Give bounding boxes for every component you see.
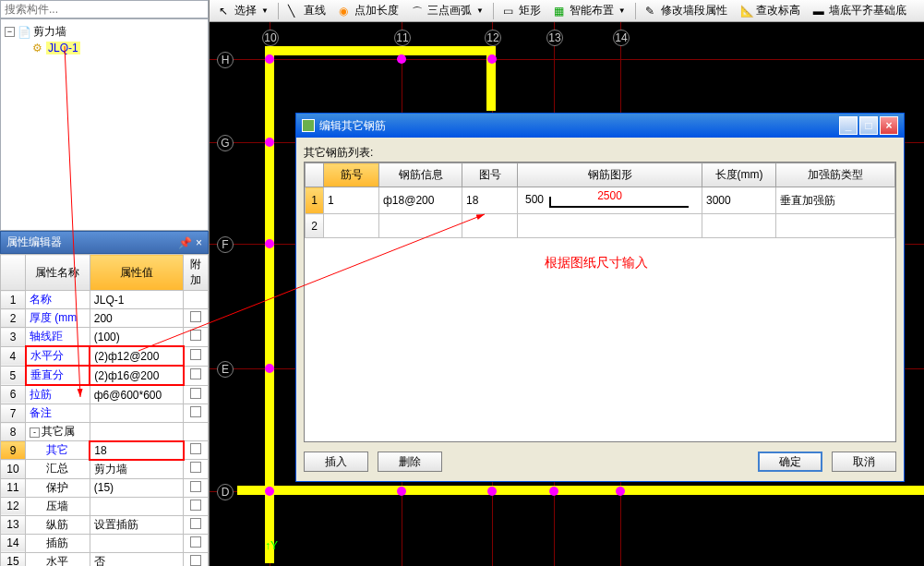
prop-name-cell[interactable]: -其它属 — [26, 423, 90, 441]
prop-extra-cell[interactable] — [184, 460, 209, 479]
prop-row[interactable]: 1名称JLQ-1 — [1, 291, 209, 309]
prop-col-value[interactable]: 属性值 — [90, 255, 183, 291]
prop-extra-cell[interactable] — [184, 404, 209, 423]
wall-segment[interactable] — [265, 46, 496, 55]
prop-value-cell[interactable] — [90, 497, 183, 515]
maximize-button[interactable]: □ — [859, 116, 878, 135]
checkbox[interactable] — [190, 443, 201, 454]
rebar-col-type[interactable]: 加强筋类型 — [776, 163, 895, 187]
checkbox[interactable] — [190, 330, 201, 341]
pin-icon[interactable]: 📌 — [178, 236, 192, 249]
prop-name-cell[interactable]: 纵筋 — [26, 515, 90, 534]
prop-row[interactable]: 4水平分(2)ф12@200 — [1, 346, 209, 366]
checkbox[interactable] — [190, 555, 201, 566]
rebar-cell-fig[interactable]: 18 — [462, 187, 518, 214]
rebar-col-info[interactable]: 钢筋信息 — [379, 163, 462, 187]
prop-row[interactable]: 10汇总剪力墙 — [1, 460, 209, 479]
prop-name-cell[interactable]: 水平 — [26, 552, 90, 566]
prop-value-cell[interactable]: 200 — [90, 309, 183, 328]
prop-row[interactable]: 7备注 — [1, 404, 209, 423]
prop-name-cell[interactable]: 垂直分 — [26, 366, 90, 385]
prop-extra-cell[interactable] — [184, 478, 209, 497]
smart-place-tool[interactable]: ▦智能布置▼ — [548, 0, 631, 21]
prop-name-cell[interactable]: 厚度 (mm — [26, 309, 90, 328]
rebar-cell-len[interactable]: 3000 — [702, 187, 776, 214]
prop-row[interactable]: 15水平否 — [1, 552, 209, 566]
rebar-col-len[interactable]: 长度(mm) — [702, 163, 776, 187]
prop-value-cell[interactable]: JLQ-1 — [90, 291, 183, 309]
prop-row[interactable]: 13纵筋设置插筋 — [1, 515, 209, 534]
prop-name-cell[interactable]: 汇总 — [26, 460, 90, 479]
prop-extra-cell[interactable] — [184, 497, 209, 515]
check-elev-tool[interactable]: 📐查改标高 — [735, 0, 806, 21]
checkbox[interactable] — [190, 368, 201, 379]
node-point[interactable] — [265, 487, 274, 496]
prop-extra-cell[interactable] — [184, 291, 209, 309]
node-point[interactable] — [265, 54, 274, 64]
prop-value-cell[interactable]: (15) — [90, 478, 183, 497]
prop-extra-cell[interactable] — [184, 366, 209, 385]
point-length-tool[interactable]: ◉点加长度 — [333, 0, 404, 21]
prop-row[interactable]: 3轴线距(100) — [1, 328, 209, 347]
prop-value-cell[interactable] — [90, 534, 183, 552]
minimize-button[interactable]: _ — [839, 116, 858, 135]
modify-wall-tool[interactable]: ✎修改墙段属性 — [640, 0, 733, 21]
node-point[interactable] — [265, 239, 274, 248]
checkbox[interactable] — [190, 406, 201, 417]
prop-row[interactable]: 5垂直分(2)ф16@200 — [1, 366, 209, 385]
rebar-cell-shape[interactable]: 500 2500 — [518, 187, 702, 214]
node-point[interactable] — [487, 54, 497, 64]
prop-value-cell[interactable]: 设置插筋 — [90, 515, 183, 534]
chevron-down-icon[interactable]: ▼ — [476, 6, 484, 15]
prop-name-cell[interactable]: 压墙 — [26, 497, 90, 515]
prop-value-cell[interactable] — [90, 404, 183, 423]
checkbox[interactable] — [190, 518, 201, 529]
line-tool[interactable]: ╲直线 — [282, 0, 331, 21]
checkbox[interactable] — [190, 349, 201, 360]
tree-child-label[interactable]: JLQ-1 — [46, 42, 80, 54]
prop-value-cell[interactable]: 否 — [90, 552, 183, 566]
prop-name-cell[interactable]: 名称 — [26, 291, 90, 309]
prop-row[interactable]: 11保护(15) — [1, 478, 209, 497]
rebar-row-1[interactable]: 1 1 ф18@200 18 500 2500 3000 — [306, 187, 895, 214]
close-button[interactable]: × — [880, 116, 898, 135]
prop-value-cell[interactable]: (100) — [90, 328, 183, 347]
prop-name-cell[interactable]: 插筋 — [26, 534, 90, 552]
prop-extra-cell[interactable] — [184, 328, 209, 347]
prop-row[interactable]: 8-其它属 — [1, 423, 209, 441]
checkbox[interactable] — [190, 462, 201, 473]
expand-icon[interactable]: − — [5, 27, 15, 37]
prop-name-cell[interactable]: 其它 — [26, 441, 90, 460]
cancel-button[interactable]: 取消 — [832, 452, 896, 472]
rebar-col-num[interactable]: 筋号 — [324, 163, 379, 187]
prop-value-cell[interactable]: 18 — [90, 441, 183, 460]
search-input[interactable] — [0, 0, 209, 18]
tree-root-label[interactable]: 剪力墙 — [33, 24, 66, 40]
prop-row[interactable]: 2厚度 (mm200 — [1, 309, 209, 328]
rebar-cell-type[interactable]: 垂直加强筋 — [776, 187, 895, 214]
tree-root-node[interactable]: − 📄 剪力墙 — [5, 23, 204, 41]
tree-child-node[interactable]: ⚙ JLQ-1 — [30, 41, 204, 55]
prop-name-cell[interactable]: 备注 — [26, 404, 90, 423]
prop-extra-cell[interactable] — [184, 552, 209, 566]
delete-button[interactable]: 删除 — [378, 452, 442, 472]
checkbox[interactable] — [190, 311, 201, 322]
checkbox[interactable] — [190, 388, 201, 399]
node-point[interactable] — [397, 54, 406, 64]
prop-value-cell[interactable]: (2)ф16@200 — [90, 366, 183, 385]
rebar-col-shape[interactable]: 钢筋图形 — [518, 163, 702, 187]
prop-extra-cell[interactable] — [184, 423, 209, 441]
node-point[interactable] — [265, 364, 274, 373]
chevron-down-icon[interactable]: ▼ — [618, 6, 626, 15]
chevron-down-icon[interactable]: ▼ — [261, 6, 269, 15]
wall-segment[interactable] — [237, 486, 924, 495]
rebar-row-2[interactable]: 2 — [306, 214, 895, 238]
node-point[interactable] — [265, 138, 274, 147]
prop-extra-cell[interactable] — [184, 385, 209, 404]
node-point[interactable] — [616, 487, 625, 496]
prop-row[interactable]: 6拉筋ф6@600*600 — [1, 385, 209, 404]
prop-name-cell[interactable]: 保护 — [26, 478, 90, 497]
select-tool[interactable]: ↖选择▼ — [213, 0, 274, 21]
dialog-titlebar[interactable]: 编辑其它钢筋 _ □ × — [296, 114, 904, 138]
insert-button[interactable]: 插入 — [304, 452, 368, 472]
